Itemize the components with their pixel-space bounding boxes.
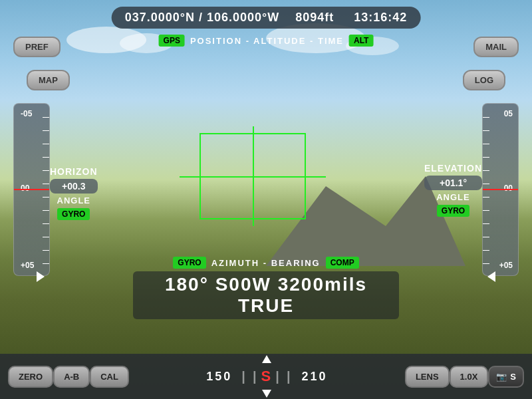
left-scale-top-label: -05 <box>21 109 32 118</box>
elevation-panel: ELEVATION +01.1° ANGLE GYRO <box>424 163 482 216</box>
azimuth-gyro-badge: GYRO <box>173 257 205 269</box>
right-scale-red-line <box>483 189 518 190</box>
ab-button[interactable]: A-B <box>53 366 90 388</box>
compass-sep2: | <box>250 369 261 384</box>
horizon-title: HORIZON <box>50 166 98 177</box>
alt-badge: ALT <box>349 35 373 47</box>
reticle-box <box>200 133 306 219</box>
compass-scale: 150 | | S | | 210 <box>129 354 405 399</box>
coordinates-text: 037.0000°N / 106.0000°W <box>125 11 280 24</box>
horizon-value: +00.3 <box>50 179 98 194</box>
pref-button[interactable]: PREF <box>13 37 61 57</box>
left-scale-mid-label: 00 <box>21 184 29 193</box>
compass-sep3: | <box>273 369 284 384</box>
right-scale-top-label: 05 <box>504 109 513 118</box>
right-scale-arrow <box>487 271 495 282</box>
left-scale: -05 00 +05 <box>13 103 50 276</box>
compass-triangle-up <box>262 355 271 363</box>
log-button[interactable]: LOG <box>463 70 505 90</box>
azimuth-comp-badge: COMP <box>326 257 359 269</box>
gps-row: GPS POSITION - ALTITUDE - TIME ALT <box>159 35 374 47</box>
azimuth-value: 180° S00W 3200mils TRUE <box>133 271 399 319</box>
bottom-bar: ZERO A-B CAL 150 | | S | | 210 LENS 1.0X… <box>0 354 532 399</box>
left-scale-red-line <box>14 189 49 190</box>
crosshair-right-ext <box>306 176 326 178</box>
compass-left-num: 150 <box>200 370 239 384</box>
camera-s-label: S <box>510 372 516 382</box>
crosshair-top-ext <box>253 126 254 133</box>
left-scale-bottom-label: +05 <box>21 261 34 270</box>
zoom-button[interactable]: 1.0X <box>450 366 489 388</box>
crosshair-left-ext <box>180 176 200 178</box>
altitude-text: 8094ft <box>295 11 334 24</box>
map-button[interactable]: MAP <box>27 70 70 90</box>
coordinate-bar: 037.0000°N / 106.0000°W 8094ft 13:16:42 <box>112 7 421 29</box>
lens-button[interactable]: LENS <box>405 366 450 388</box>
elevation-angle-label: ANGLE <box>424 192 482 202</box>
camera-icon: 📷 <box>496 372 507 382</box>
right-scale: 05 00 +05 <box>482 103 519 276</box>
zero-button[interactable]: ZERO <box>8 366 53 388</box>
compass-sep1: | <box>239 369 250 384</box>
left-scale-inner: -05 00 +05 <box>14 104 49 275</box>
horizon-panel: HORIZON +00.3 ANGLE GYRO <box>50 166 98 219</box>
compass-triangle-down <box>262 390 271 398</box>
elevation-value: +01.1° <box>424 176 482 190</box>
right-scale-inner: 05 00 +05 <box>483 104 518 275</box>
azimuth-section: GYRO AZIMUTH - BEARING COMP 180° S00W 32… <box>133 257 399 319</box>
right-scale-mid-label: 00 <box>504 184 513 193</box>
right-scale-bottom-label: +05 <box>499 261 513 270</box>
elevation-title: ELEVATION <box>424 163 482 174</box>
left-scale-arrow <box>37 271 45 282</box>
crosshair-vertical <box>253 134 254 218</box>
compass-center-letter: S <box>261 368 273 385</box>
mode-label: POSITION - ALTITUDE - TIME <box>190 36 344 46</box>
horizon-gyro-badge: GYRO <box>57 208 90 220</box>
crosshair-bottom-ext <box>253 213 254 226</box>
elevation-gyro-badge: GYRO <box>437 205 469 217</box>
gps-badge: GPS <box>159 35 185 47</box>
compass-right-num: 210 <box>295 370 334 384</box>
horizon-angle-label: ANGLE <box>50 196 98 205</box>
azimuth-bearing-label: AZIMUTH - BEARING <box>211 258 321 268</box>
reticle <box>180 126 326 259</box>
azimuth-label-row: GYRO AZIMUTH - BEARING COMP <box>133 257 399 269</box>
compass-sep4: | <box>284 369 295 384</box>
mail-button[interactable]: MAIL <box>473 37 519 57</box>
camera-button[interactable]: 📷 S <box>488 366 524 388</box>
time-text: 13:16:42 <box>354 11 407 24</box>
cal-button[interactable]: CAL <box>90 366 129 388</box>
